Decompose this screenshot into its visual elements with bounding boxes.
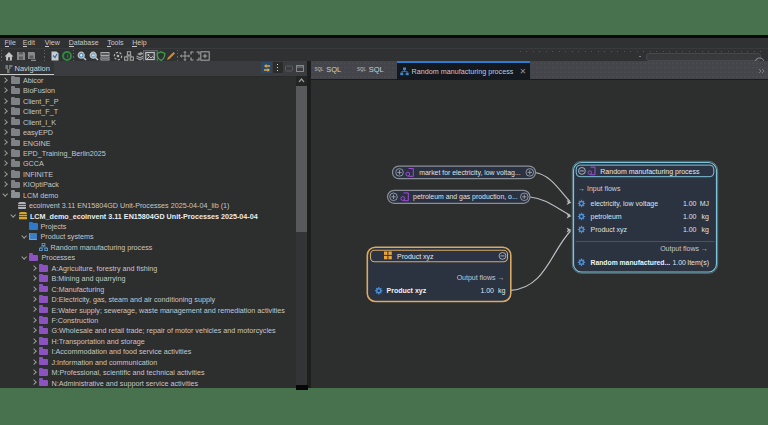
svg-text:Product xyz: Product xyz bbox=[387, 287, 427, 295]
svg-text:kg: kg bbox=[702, 213, 710, 221]
svg-text:petroleum and gas production,: petroleum and gas production, o... bbox=[413, 193, 518, 201]
svg-text:petroleum: petroleum bbox=[591, 213, 622, 221]
svg-text:Product xyz: Product xyz bbox=[591, 226, 628, 234]
svg-text:MJ: MJ bbox=[700, 200, 709, 207]
svg-text:market for electricity, low vo: market for electricity, low voltag... bbox=[419, 169, 520, 177]
svg-text:Output flows →: Output flows → bbox=[660, 245, 708, 253]
svg-text:Random manufacturing process: Random manufacturing process bbox=[600, 168, 700, 176]
svg-text:1.00: 1.00 bbox=[683, 200, 697, 207]
svg-text:1.00: 1.00 bbox=[480, 287, 494, 294]
svg-text:Item(s): Item(s) bbox=[687, 259, 709, 267]
svg-text:1.00: 1.00 bbox=[672, 259, 686, 266]
svg-text:kg: kg bbox=[498, 287, 506, 295]
svg-text:kg: kg bbox=[702, 226, 710, 234]
svg-text:1.00: 1.00 bbox=[683, 213, 697, 220]
svg-text:Random manufactured...: Random manufactured... bbox=[591, 259, 671, 266]
svg-text:Output flows →: Output flows → bbox=[457, 274, 505, 282]
svg-text:Product xyz: Product xyz bbox=[397, 253, 434, 261]
svg-text:1.00: 1.00 bbox=[683, 226, 697, 233]
svg-text:electricity, low voltage: electricity, low voltage bbox=[591, 200, 659, 208]
svg-text:→ Input flows: → Input flows bbox=[578, 185, 621, 193]
